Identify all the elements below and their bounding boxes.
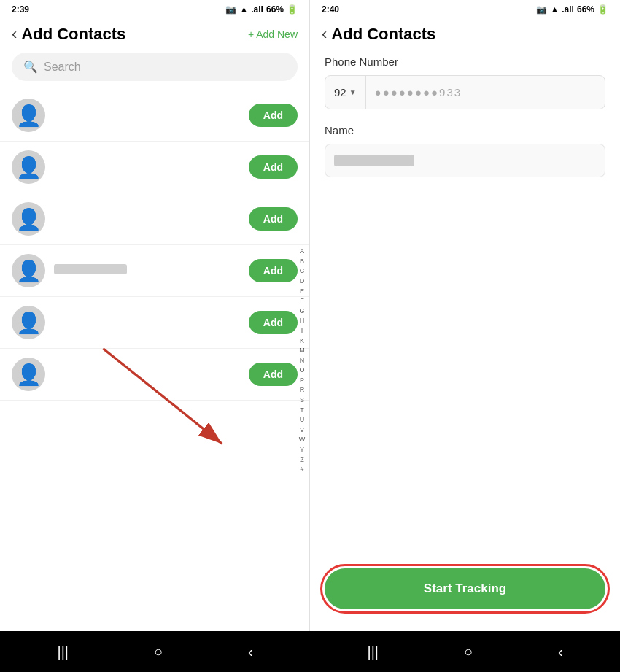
person-icon-5: 👤 — [16, 311, 42, 335]
left-back-button[interactable]: ‹ — [12, 25, 17, 44]
camera-icon-right: 📷 — [536, 4, 547, 15]
left-panel: 2:39 📷 ▲ .all 66% 🔋 ‹ Add Contacts + Add… — [0, 0, 310, 631]
add-button-1[interactable]: Add — [249, 104, 298, 127]
alpha-B[interactable]: B — [298, 257, 306, 266]
person-icon-4: 👤 — [16, 259, 42, 283]
alpha-U[interactable]: U — [298, 415, 306, 425]
person-icon-6: 👤 — [16, 363, 42, 387]
wifi-icon-right: ▲ — [550, 4, 559, 15]
contact-item-1: 👤 Add — [0, 90, 309, 142]
signal-icon: .all — [251, 4, 263, 15]
alpha-V[interactable]: V — [298, 425, 306, 435]
contacts-list: 👤 Add 👤 Add 👤 Add — [0, 90, 309, 631]
battery-text: 66% — [266, 4, 284, 15]
right-nav-recent-apps[interactable]: ||| — [367, 644, 379, 660]
alpha-D[interactable]: D — [298, 277, 306, 286]
alpha-M[interactable]: M — [298, 346, 306, 355]
search-icon: 🔍 — [23, 60, 38, 74]
avatar-5: 👤 — [12, 306, 45, 339]
alpha-A[interactable]: A — [298, 247, 306, 256]
right-form: Phone Number 92 ▼ ●●●●●●●●933 Name — [310, 55, 620, 312]
battery-icon: 🔋 — [287, 4, 298, 15]
signal-icon-right: .all — [562, 4, 574, 15]
person-icon-1: 👤 — [16, 104, 42, 128]
person-icon-3: 👤 — [16, 207, 42, 231]
right-top-bar: ‹ Add Contacts — [310, 19, 620, 55]
right-panel: 2:40 📷 ▲ .all 66% 🔋 ‹ Add Contacts Phone… — [310, 0, 620, 631]
camera-icon: 📷 — [225, 4, 236, 15]
left-nav-home[interactable]: ○ — [154, 644, 163, 660]
name-label: Name — [325, 124, 605, 136]
left-page-title: Add Contacts — [21, 25, 125, 44]
add-new-button[interactable]: + Add New — [248, 28, 298, 40]
contact-item-5: 👤 Add — [0, 297, 309, 349]
alpha-N[interactable]: N — [298, 356, 306, 366]
alpha-Z[interactable]: Z — [298, 455, 306, 465]
alpha-K[interactable]: K — [298, 336, 306, 346]
alpha-H[interactable]: H — [298, 316, 306, 325]
wifi-icon: ▲ — [239, 4, 248, 15]
add-button-5[interactable]: Add — [249, 311, 298, 334]
chevron-down-icon: ▼ — [349, 88, 357, 96]
left-nav-recent-apps[interactable]: ||| — [57, 644, 69, 660]
alpha-S[interactable]: S — [298, 395, 306, 405]
contact-item-4: 👤 Add — [0, 245, 309, 297]
contact-name-blur-4 — [54, 264, 127, 274]
add-button-6[interactable]: Add — [249, 363, 298, 386]
name-field-container[interactable] — [325, 144, 605, 177]
phone-field-row[interactable]: 92 ▼ ●●●●●●●●933 — [325, 75, 605, 109]
alpha-G[interactable]: G — [298, 306, 306, 316]
battery-text-right: 66% — [577, 4, 594, 15]
start-tracking-wrapper: Start Tracking — [310, 568, 620, 631]
right-status-bar: 2:40 📷 ▲ .all 66% 🔋 — [310, 0, 620, 19]
alpha-Y[interactable]: Y — [298, 445, 306, 455]
spacer — [310, 312, 620, 569]
add-button-3[interactable]: Add — [249, 207, 298, 231]
search-bar[interactable]: 🔍 Search — [12, 53, 298, 81]
battery-icon-right: 🔋 — [597, 4, 608, 15]
avatar-1: 👤 — [12, 99, 45, 132]
search-input[interactable]: Search — [44, 61, 81, 74]
left-status-bar: 2:39 📷 ▲ .all 66% 🔋 — [0, 0, 309, 19]
contact-item-6: 👤 Add — [0, 349, 309, 401]
phone-number-input[interactable]: ●●●●●●●●933 — [366, 76, 605, 109]
avatar-4: 👤 — [12, 254, 45, 287]
alpha-E[interactable]: E — [298, 287, 306, 296]
add-button-2[interactable]: Add — [249, 155, 298, 179]
alpha-P[interactable]: P — [298, 376, 306, 385]
country-code-selector[interactable]: 92 ▼ — [325, 76, 366, 109]
alpha-W[interactable]: W — [298, 435, 306, 444]
left-status-icons: 📷 ▲ .all 66% 🔋 — [225, 4, 298, 15]
person-icon-2: 👤 — [16, 155, 42, 179]
alpha-F[interactable]: F — [298, 296, 306, 306]
avatar-6: 👤 — [12, 358, 45, 391]
start-tracking-button[interactable]: Start Tracking — [325, 568, 605, 609]
right-back-button[interactable]: ‹ — [322, 25, 327, 44]
right-time: 2:40 — [322, 4, 339, 15]
right-nav: ||| ○ ‹ — [310, 631, 620, 672]
avatar-3: 👤 — [12, 202, 45, 236]
alpha-T[interactable]: T — [298, 406, 306, 415]
left-top-bar: ‹ Add Contacts + Add New — [0, 19, 309, 53]
right-nav-home[interactable]: ○ — [464, 644, 473, 660]
alpha-O[interactable]: O — [298, 366, 306, 375]
left-nav: ||| ○ ‹ — [0, 631, 310, 672]
left-time: 2:39 — [12, 4, 29, 15]
right-nav-back[interactable]: ‹ — [558, 644, 563, 660]
avatar-2: 👤 — [12, 150, 45, 184]
alpha-R[interactable]: R — [298, 385, 306, 395]
alpha-I[interactable]: I — [298, 326, 306, 336]
left-nav-back[interactable]: ‹ — [248, 644, 253, 660]
right-status-icons: 📷 ▲ .all 66% 🔋 — [536, 4, 608, 15]
bottom-nav-bar: ||| ○ ‹ ||| ○ ‹ — [0, 631, 620, 672]
contact-item-3: 👤 Add — [0, 193, 309, 245]
alpha-hash[interactable]: # — [298, 465, 306, 474]
alpha-C[interactable]: C — [298, 266, 306, 276]
name-blur — [334, 155, 414, 166]
contact-item-2: 👤 Add — [0, 142, 309, 193]
alphabet-sidebar: A B C D E F G H I K M N O P R S T U V W — [295, 90, 309, 631]
right-page-title: Add Contacts — [331, 25, 435, 44]
phone-label: Phone Number — [325, 55, 605, 68]
add-button-4[interactable]: Add — [249, 259, 298, 282]
contact-info-4 — [45, 264, 249, 277]
